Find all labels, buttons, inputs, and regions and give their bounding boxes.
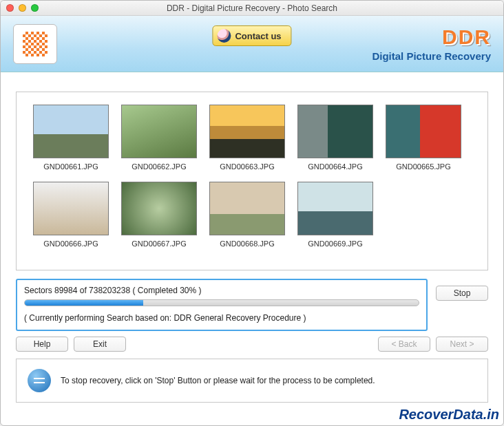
spacer [132, 337, 372, 352]
window-title: DDR - Digital Picture Recovery - Photo S… [1, 3, 503, 13]
thumbnail-filename: GND00667.JPG [121, 239, 197, 248]
contact-us-button[interactable]: Contact us [212, 25, 291, 46]
photo-thumbnail [33, 105, 109, 158]
progress-status-text: Sectors 89984 of 738203238 ( Completed 3… [24, 286, 419, 295]
progress-area: Sectors 89984 of 738203238 ( Completed 3… [16, 279, 488, 331]
photo-thumbnail [33, 182, 109, 235]
thumbnail-filename: GND00661.JPG [33, 162, 109, 171]
brand-block: DDR Digital Picture Recovery [372, 25, 491, 62]
thumbnail-item[interactable]: GND00661.JPG [33, 105, 109, 171]
titlebar: DDR - Digital Picture Recovery - Photo S… [1, 1, 503, 16]
thumbnail-item[interactable]: GND00667.JPG [121, 182, 197, 248]
thumbnail-item[interactable]: GND00663.JPG [209, 105, 285, 171]
thumbnail-item[interactable]: GND00666.JPG [33, 182, 109, 248]
header-banner: Contact us DDR Digital Picture Recovery [1, 16, 503, 72]
thumbnail-filename: GND00662.JPG [121, 162, 197, 171]
zoom-icon[interactable] [31, 4, 39, 12]
photo-thumbnail [209, 105, 285, 158]
thumb-row: GND00666.JPG GND00667.JPG GND00668.JPG G… [33, 182, 471, 248]
help-button[interactable]: Help [16, 337, 68, 352]
watermark-text: RecoverData.in [399, 407, 499, 423]
brand-title: DDR [372, 25, 491, 49]
thumbnail-filename: GND00666.JPG [33, 239, 109, 248]
progress-procedure-text: ( Currently performing Search based on: … [24, 313, 419, 323]
nav-buttons-row: Help Exit < Back Next > [16, 337, 488, 352]
photo-thumbnail [121, 105, 197, 158]
exit-button[interactable]: Exit [74, 337, 126, 352]
tip-text: To stop recovery, click on 'Stop' Button… [61, 376, 375, 385]
thumbnail-filename: GND00668.JPG [209, 239, 285, 248]
back-button: < Back [378, 337, 430, 352]
progress-fill [25, 300, 143, 306]
photo-thumbnail [297, 182, 373, 235]
progress-bar [24, 299, 419, 306]
photo-thumbnail [209, 182, 285, 235]
person-icon [217, 29, 231, 43]
thumb-row: GND00661.JPG GND00662.JPG GND00663.JPG G… [33, 105, 471, 171]
contact-label: Contact us [235, 31, 281, 41]
close-icon[interactable] [6, 4, 14, 12]
window-controls [6, 4, 39, 12]
thumbnail-item[interactable]: GND00664.JPG [297, 105, 373, 171]
info-icon [28, 369, 51, 392]
thumbnails-panel: GND00661.JPG GND00662.JPG GND00663.JPG G… [16, 92, 488, 270]
thumbnail-item[interactable]: GND00668.JPG [209, 182, 285, 248]
thumbnail-filename: GND00665.JPG [386, 162, 461, 171]
tip-panel: To stop recovery, click on 'Stop' Button… [16, 359, 488, 403]
thumbnail-filename: GND00663.JPG [209, 162, 285, 171]
next-button: Next > [436, 337, 488, 352]
app-window: DDR - Digital Picture Recovery - Photo S… [0, 0, 504, 426]
progress-panel: Sectors 89984 of 738203238 ( Completed 3… [16, 279, 428, 331]
minimize-icon[interactable] [19, 4, 26, 12]
app-logo [13, 24, 57, 64]
thumbnail-filename: GND00664.JPG [297, 162, 373, 171]
photo-thumbnail [386, 105, 461, 158]
main-content: GND00661.JPG GND00662.JPG GND00663.JPG G… [1, 72, 503, 409]
checker-icon [23, 32, 48, 56]
thumbnail-item[interactable]: GND00662.JPG [121, 105, 197, 171]
photo-thumbnail [121, 182, 197, 235]
photo-thumbnail [297, 105, 373, 158]
thumbnail-filename: GND00669.JPG [297, 239, 373, 248]
thumbnail-item[interactable]: GND00669.JPG [297, 182, 373, 248]
thumbnail-item[interactable]: GND00665.JPG [386, 105, 461, 171]
stop-button[interactable]: Stop [436, 286, 488, 301]
brand-subtitle: Digital Picture Recovery [372, 50, 491, 62]
